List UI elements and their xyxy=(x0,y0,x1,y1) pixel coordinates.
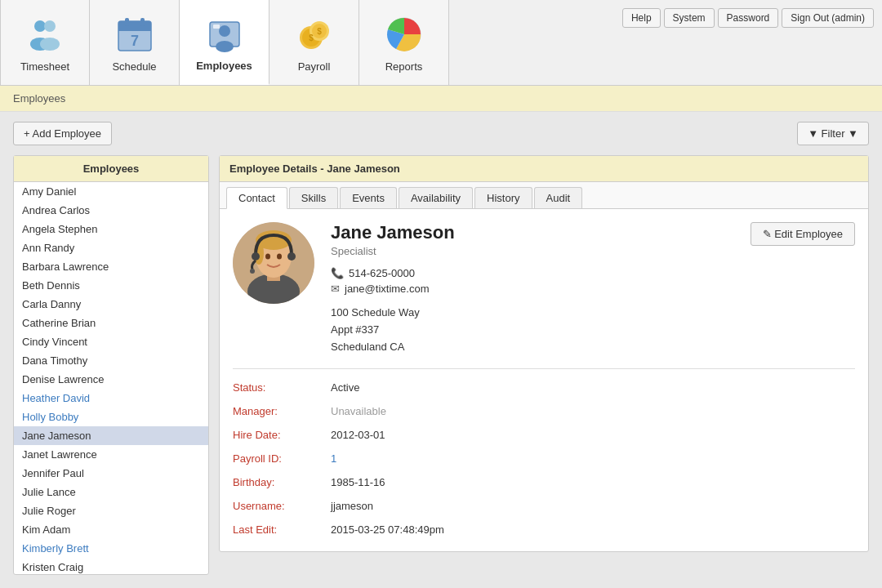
password-button[interactable]: Password xyxy=(718,8,779,28)
svg-point-12 xyxy=(216,41,234,52)
system-button[interactable]: System xyxy=(664,8,715,28)
top-right-buttons: Help System Password Sign Out (admin) xyxy=(622,8,874,28)
filter-button[interactable]: ▼ Filter ▼ xyxy=(797,122,869,145)
svg-point-31 xyxy=(265,254,270,260)
list-item[interactable]: Cindy Vincent xyxy=(14,332,208,351)
list-item[interactable]: Kim Adam xyxy=(14,520,208,539)
email-value: jane@tixtime.com xyxy=(345,283,430,295)
tab-contact[interactable]: Contact xyxy=(226,187,287,209)
list-item[interactable]: Beth Dennis xyxy=(14,276,208,295)
list-item[interactable]: Jennifer Paul xyxy=(14,464,208,483)
list-item[interactable]: Ann Randy xyxy=(14,238,208,257)
svg-rect-13 xyxy=(213,24,220,29)
svg-text:$: $ xyxy=(309,33,314,42)
tab-reports[interactable]: Reports xyxy=(359,0,449,85)
signout-button[interactable]: Sign Out (admin) xyxy=(782,8,874,28)
detail-value: 2015-03-25 07:48:49pm xyxy=(331,521,855,538)
detail-label: Status: xyxy=(233,379,331,396)
employee-list-panel: Employees Amy DanielAndrea CarlosAngela … xyxy=(13,155,209,575)
detail-label: Manager: xyxy=(233,403,331,420)
tab-payroll[interactable]: $ $ Payroll xyxy=(270,0,359,85)
top-navigation: Timesheet 7 Schedule Employee xyxy=(0,0,882,86)
main-layout: Employees Amy DanielAndrea CarlosAngela … xyxy=(13,155,869,575)
detail-label: Last Edit: xyxy=(233,521,331,538)
list-item[interactable]: Catherine Brian xyxy=(14,314,208,332)
email-row: ✉ jane@tixtime.com xyxy=(331,283,741,295)
detail-value: Unavailable xyxy=(331,403,855,420)
phone-row: 📞 514-625-0000 xyxy=(331,267,741,279)
detail-value: Active xyxy=(331,379,855,396)
list-item[interactable]: Janet Lawrence xyxy=(14,445,208,464)
tab-history[interactable]: History xyxy=(474,187,532,208)
svg-point-11 xyxy=(219,25,230,37)
detail-content: Jane Jameson Specialist 📞 514-625-0000 ✉… xyxy=(220,209,868,551)
address-line3: Scheduland CA xyxy=(331,339,741,356)
employee-list: Amy DanielAndrea CarlosAngela StephenAnn… xyxy=(14,182,208,574)
help-button[interactable]: Help xyxy=(622,8,661,28)
detail-label: Username: xyxy=(233,497,331,514)
list-item[interactable]: Amy Daniel xyxy=(14,182,208,201)
content-area: + Add Employee ▼ Filter ▼ Employees Amy … xyxy=(0,112,882,585)
list-item[interactable]: Barbara Lawrence xyxy=(14,257,208,276)
edit-employee-button[interactable]: ✎ Edit Employee xyxy=(751,222,855,246)
details-grid: Status:ActiveManager:UnavailableHire Dat… xyxy=(233,379,855,538)
list-item[interactable]: Jane Jameson xyxy=(14,426,208,445)
list-item[interactable]: Kristen Craig xyxy=(14,558,208,574)
detail-label: Birthday: xyxy=(233,474,331,491)
breadcrumb: Employees xyxy=(0,86,882,112)
address-line2: Appt #337 xyxy=(331,322,741,339)
list-item[interactable]: Andrea Carlos xyxy=(14,201,208,220)
address-block: 100 Schedule Way Appt #337 Scheduland CA xyxy=(331,305,741,355)
tab-audit[interactable]: Audit xyxy=(534,187,583,208)
detail-panel-header: Employee Details - Jane Jameson xyxy=(220,156,868,182)
contact-info: 📞 514-625-0000 ✉ jane@tixtime.com xyxy=(331,267,741,295)
list-item[interactable]: Julie Roger xyxy=(14,501,208,520)
tab-availability[interactable]: Availability xyxy=(399,187,473,208)
list-item[interactable]: Angela Stephen xyxy=(14,220,208,238)
svg-point-29 xyxy=(287,252,296,261)
employee-list-header: Employees xyxy=(14,156,208,182)
svg-rect-9 xyxy=(140,18,145,26)
employee-name-section: Jane Jameson Specialist 📞 514-625-0000 ✉… xyxy=(331,222,741,355)
phone-icon: 📞 xyxy=(331,267,344,279)
list-item[interactable]: Denise Lawrence xyxy=(14,370,208,389)
detail-label: Payroll ID: xyxy=(233,450,331,467)
svg-point-3 xyxy=(40,38,60,51)
phone-value: 514-625-0000 xyxy=(349,267,415,279)
svg-rect-8 xyxy=(125,18,129,26)
detail-value: 1985-11-16 xyxy=(331,474,855,491)
detail-value: jjameson xyxy=(331,497,855,514)
add-employee-button[interactable]: + Add Employee xyxy=(13,122,112,145)
list-item[interactable]: Heather David xyxy=(14,389,208,408)
detail-tabs: ContactSkillsEventsAvailabilityHistoryAu… xyxy=(220,182,868,209)
email-icon: ✉ xyxy=(331,283,340,295)
tab-events[interactable]: Events xyxy=(340,187,397,208)
detail-value: 2012-03-01 xyxy=(331,426,855,443)
tab-skills[interactable]: Skills xyxy=(289,187,338,208)
employee-top-section: Jane Jameson Specialist 📞 514-625-0000 ✉… xyxy=(233,222,855,355)
svg-text:$: $ xyxy=(317,27,322,36)
svg-rect-6 xyxy=(118,28,151,31)
svg-text:7: 7 xyxy=(130,33,138,49)
list-item[interactable]: Kimberly Brett xyxy=(14,539,208,558)
toolbar: + Add Employee ▼ Filter ▼ xyxy=(13,122,869,145)
employee-name: Jane Jameson xyxy=(331,222,741,243)
list-item[interactable]: Carla Danny xyxy=(14,295,208,314)
avatar xyxy=(233,222,314,304)
divider xyxy=(233,368,855,369)
list-item[interactable]: Dana Timothy xyxy=(14,351,208,370)
detail-label: Hire Date: xyxy=(233,426,331,443)
address-line1: 100 Schedule Way xyxy=(331,305,741,322)
tab-timesheet[interactable]: Timesheet xyxy=(0,0,90,85)
detail-value[interactable]: 1 xyxy=(331,450,855,467)
list-item[interactable]: Julie Lance xyxy=(14,483,208,501)
detail-panel: Employee Details - Jane Jameson ContactS… xyxy=(219,155,869,552)
svg-point-0 xyxy=(34,20,46,32)
employee-job-title: Specialist xyxy=(331,245,741,257)
tab-employees[interactable]: Employees xyxy=(180,0,270,85)
svg-point-28 xyxy=(252,252,260,261)
svg-point-30 xyxy=(250,269,255,274)
svg-point-1 xyxy=(44,20,56,32)
list-item[interactable]: Holly Bobby xyxy=(14,408,208,426)
tab-schedule[interactable]: 7 Schedule xyxy=(90,0,180,85)
